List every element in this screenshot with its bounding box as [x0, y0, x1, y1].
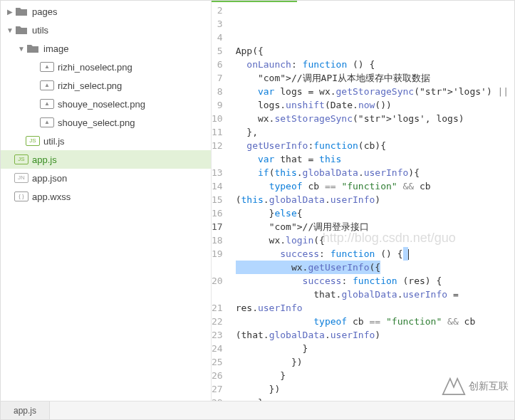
code-line[interactable]: onLaunch: function () {	[236, 58, 514, 71]
image-file-icon: ▲	[41, 98, 53, 110]
code-line[interactable]: logs.unshift(Date.now())	[236, 98, 514, 112]
expand-arrow-icon[interactable]: ▶	[5, 8, 15, 16]
image-file-icon: ▲	[41, 79, 53, 92]
code-line[interactable]: App({	[236, 44, 514, 58]
code-line[interactable]: wx.login({	[236, 233, 514, 247]
tree-item-label: shouye_select.png	[58, 117, 135, 128]
tree-item-label: utils	[32, 25, 48, 36]
folder-icon	[15, 23, 28, 36]
tree-item-shouye_noselect-png[interactable]: ▲shouye_noselect.png	[1, 95, 211, 113]
code-line[interactable]: (this.globalData.userInfo)	[236, 193, 514, 206]
code-line[interactable]: var that = this	[236, 152, 514, 166]
code-line[interactable]: success: function (res) {	[236, 274, 514, 288]
tree-item-label: rizhi_select.png	[58, 80, 122, 91]
tree-item-pages[interactable]: ▶pages	[1, 2, 211, 21]
js-file-icon: JS	[15, 153, 28, 166]
folder-icon	[26, 42, 39, 55]
code-line[interactable]: getUserInfo:function(cb){	[236, 139, 514, 152]
code-editor[interactable]: 23456789101112 13141516171819 20 2122232…	[212, 1, 514, 401]
code-line[interactable]: })	[236, 355, 514, 369]
code-line[interactable]: }else{	[236, 206, 514, 220]
tree-item-rizhi_select-png[interactable]: ▲rizhi_select.png	[1, 76, 211, 95]
expand-arrow-icon[interactable]: ▼	[16, 45, 26, 53]
code-line[interactable]: "com">//调用登录接口	[236, 220, 514, 233]
tree-item-rizhi_noselect-png[interactable]: ▲rizhi_noselect.png	[1, 58, 211, 76]
code-line[interactable]: success: function () {	[236, 247, 514, 261]
line-gutter: 23456789101112 13141516171819 20 2122232…	[212, 1, 230, 401]
code-line[interactable]: typeof cb == "function" && cb	[236, 315, 514, 328]
tree-item-label: rizhi_noselect.png	[58, 62, 132, 73]
code-line[interactable]: typeof cb == "function" && cb	[236, 179, 514, 193]
expand-arrow-icon[interactable]: ▼	[5, 26, 15, 34]
tab-app-js[interactable]: app.js	[1, 401, 50, 419]
code-line[interactable]: if(this.globalData.userInfo){	[236, 166, 514, 179]
code-line[interactable]: },	[236, 125, 514, 139]
code-area[interactable]: http://blog.csdn.net/guo App({ onLaunch:…	[230, 1, 514, 401]
json-file-icon: JN	[15, 172, 28, 184]
file-tree[interactable]: ▶pages▼utils▼image▲rizhi_noselect.png▲ri…	[1, 1, 212, 401]
tree-item-label: image	[43, 43, 68, 54]
tree-item-label: app.wxss	[32, 191, 71, 202]
code-line[interactable]: }	[236, 342, 514, 355]
tree-item-label: app.js	[32, 154, 57, 165]
editor-tabbar[interactable]: app.js	[1, 401, 514, 419]
code-line[interactable]: wx.setStorageSync("str">'logs', logs)	[236, 112, 514, 125]
tree-item-label: app.json	[32, 173, 67, 184]
tree-item-app-js[interactable]: JSapp.js	[1, 150, 211, 169]
image-file-icon: ▲	[41, 116, 53, 129]
wxss-file-icon: { }	[15, 190, 28, 203]
code-line[interactable]: (that.globalData.userInfo)	[236, 328, 514, 342]
code-line[interactable]: res.userInfo	[236, 301, 514, 315]
brand-logo-icon	[442, 376, 466, 397]
brand-text: 创新互联	[469, 380, 509, 393]
tree-item-app-json[interactable]: JNapp.json	[1, 169, 211, 187]
tree-item-shouye_select-png[interactable]: ▲shouye_select.png	[1, 113, 211, 132]
brand-watermark: 创新互联	[439, 374, 511, 399]
tree-item-label: util.js	[43, 136, 65, 147]
js-file-icon: JS	[26, 135, 39, 147]
code-line[interactable]: that.globalData.userInfo =	[236, 288, 514, 301]
tree-item-image[interactable]: ▼image	[1, 39, 211, 58]
tree-item-util-js[interactable]: JSutil.js	[1, 132, 211, 150]
code-line[interactable]: var logs = wx.getStorageSync("str">'logs…	[236, 85, 514, 98]
code-line[interactable]: wx.getUserInfo({	[236, 261, 514, 274]
tree-item-app-wxss[interactable]: { }app.wxss	[1, 187, 211, 206]
folder-icon	[15, 5, 28, 18]
tree-item-label: pages	[32, 6, 57, 17]
code-line[interactable]: "com">//调用API从本地缓存中获取数据	[236, 71, 514, 85]
tree-item-label: shouye_noselect.png	[58, 99, 145, 110]
image-file-icon: ▲	[41, 61, 53, 73]
tree-item-utils[interactable]: ▼utils	[1, 21, 211, 39]
